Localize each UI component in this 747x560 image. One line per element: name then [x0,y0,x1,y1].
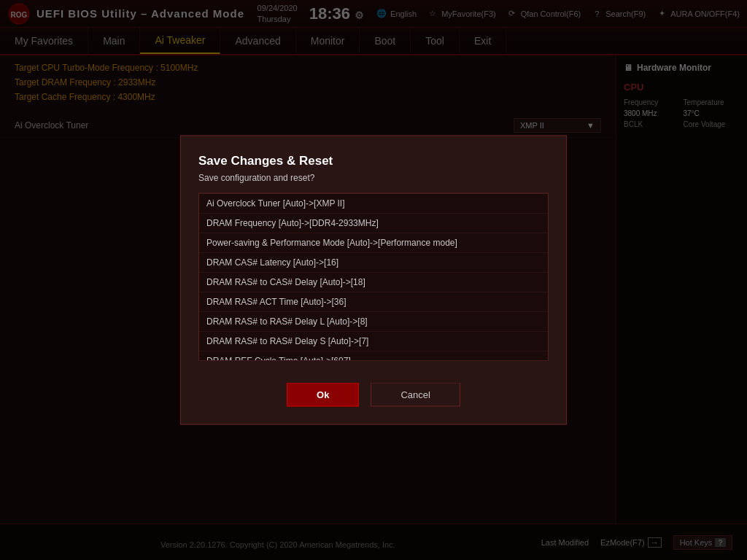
list-item: DRAM REF Cycle Time [Auto]->[607] [199,351,548,361]
list-item: DRAM RAS# ACT Time [Auto]->[36] [199,292,548,312]
list-item: DRAM RAS# to CAS# Delay [Auto]->[18] [199,273,548,292]
list-item: DRAM RAS# to RAS# Delay S [Auto]->[7] [199,332,548,351]
ok-button[interactable]: Ok [287,383,359,407]
list-item: Power-saving & Performance Mode [Auto]->… [199,233,548,253]
changes-list[interactable]: Ai Overclock Tuner [Auto]->[XMP II]DRAM … [198,193,549,361]
list-item: DRAM RAS# to RAS# Delay L [Auto]->[8] [199,312,548,332]
save-dialog: Save Changes & Reset Save configuration … [180,136,567,425]
dialog-buttons: Ok Cancel [198,383,549,407]
dialog-subtitle: Save configuration and reset? [198,173,549,183]
dialog-title: Save Changes & Reset [198,154,549,168]
list-item: DRAM CAS# Latency [Auto]->[16] [199,253,548,273]
list-item: Ai Overclock Tuner [Auto]->[XMP II] [199,194,548,214]
cancel-button[interactable]: Cancel [371,383,460,407]
list-item: DRAM Frequency [Auto]->[DDR4-2933MHz] [199,214,548,233]
